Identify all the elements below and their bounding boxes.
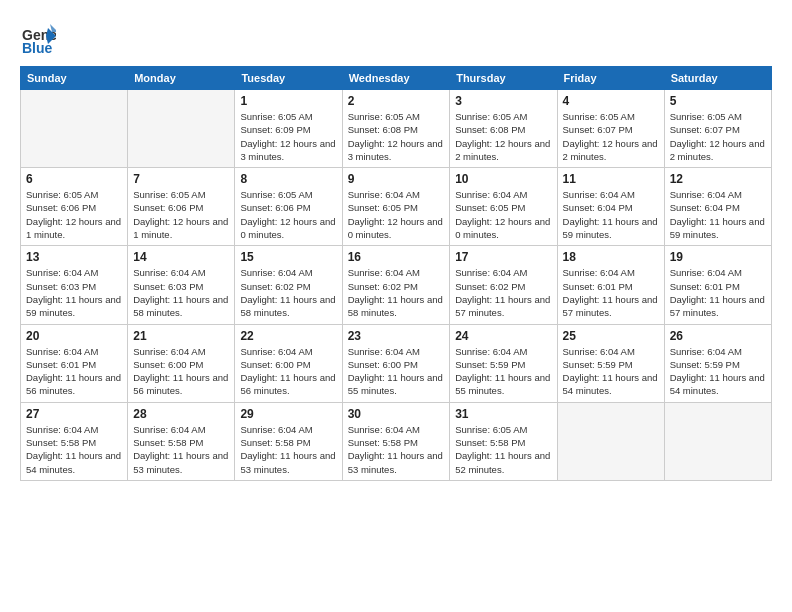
day-info: Sunrise: 6:04 AM Sunset: 6:00 PM Dayligh… xyxy=(133,345,229,398)
day-info: Sunrise: 6:04 AM Sunset: 6:01 PM Dayligh… xyxy=(670,266,766,319)
day-info: Sunrise: 6:04 AM Sunset: 6:00 PM Dayligh… xyxy=(240,345,336,398)
day-info: Sunrise: 6:05 AM Sunset: 5:58 PM Dayligh… xyxy=(455,423,551,476)
day-info: Sunrise: 6:05 AM Sunset: 6:06 PM Dayligh… xyxy=(26,188,122,241)
day-number: 23 xyxy=(348,329,445,343)
day-info: Sunrise: 6:04 AM Sunset: 6:03 PM Dayligh… xyxy=(26,266,122,319)
day-info: Sunrise: 6:04 AM Sunset: 6:05 PM Dayligh… xyxy=(348,188,445,241)
calendar-cell: 21Sunrise: 6:04 AM Sunset: 6:00 PM Dayli… xyxy=(128,324,235,402)
day-number: 2 xyxy=(348,94,445,108)
day-info: Sunrise: 6:04 AM Sunset: 5:58 PM Dayligh… xyxy=(240,423,336,476)
calendar-cell: 13Sunrise: 6:04 AM Sunset: 6:03 PM Dayli… xyxy=(21,246,128,324)
calendar-cell: 7Sunrise: 6:05 AM Sunset: 6:06 PM Daylig… xyxy=(128,168,235,246)
calendar-cell: 29Sunrise: 6:04 AM Sunset: 5:58 PM Dayli… xyxy=(235,402,342,480)
day-info: Sunrise: 6:05 AM Sunset: 6:06 PM Dayligh… xyxy=(133,188,229,241)
calendar-cell xyxy=(128,90,235,168)
day-number: 27 xyxy=(26,407,122,421)
calendar-cell: 26Sunrise: 6:04 AM Sunset: 5:59 PM Dayli… xyxy=(664,324,771,402)
day-number: 19 xyxy=(670,250,766,264)
page-header: General Blue xyxy=(20,20,772,56)
day-of-week-header: Wednesday xyxy=(342,67,450,90)
calendar-cell: 8Sunrise: 6:05 AM Sunset: 6:06 PM Daylig… xyxy=(235,168,342,246)
calendar-cell xyxy=(664,402,771,480)
calendar-cell: 23Sunrise: 6:04 AM Sunset: 6:00 PM Dayli… xyxy=(342,324,450,402)
calendar-cell: 16Sunrise: 6:04 AM Sunset: 6:02 PM Dayli… xyxy=(342,246,450,324)
day-info: Sunrise: 6:04 AM Sunset: 6:05 PM Dayligh… xyxy=(455,188,551,241)
day-of-week-header: Friday xyxy=(557,67,664,90)
day-info: Sunrise: 6:04 AM Sunset: 5:59 PM Dayligh… xyxy=(563,345,659,398)
day-info: Sunrise: 6:04 AM Sunset: 6:02 PM Dayligh… xyxy=(348,266,445,319)
calendar-cell: 19Sunrise: 6:04 AM Sunset: 6:01 PM Dayli… xyxy=(664,246,771,324)
day-number: 3 xyxy=(455,94,551,108)
day-number: 12 xyxy=(670,172,766,186)
day-number: 21 xyxy=(133,329,229,343)
day-number: 18 xyxy=(563,250,659,264)
day-info: Sunrise: 6:04 AM Sunset: 5:59 PM Dayligh… xyxy=(670,345,766,398)
day-number: 22 xyxy=(240,329,336,343)
day-info: Sunrise: 6:05 AM Sunset: 6:09 PM Dayligh… xyxy=(240,110,336,163)
calendar-cell: 10Sunrise: 6:04 AM Sunset: 6:05 PM Dayli… xyxy=(450,168,557,246)
calendar-cell xyxy=(21,90,128,168)
calendar-cell: 17Sunrise: 6:04 AM Sunset: 6:02 PM Dayli… xyxy=(450,246,557,324)
day-info: Sunrise: 6:04 AM Sunset: 6:01 PM Dayligh… xyxy=(26,345,122,398)
day-number: 31 xyxy=(455,407,551,421)
day-info: Sunrise: 6:04 AM Sunset: 6:04 PM Dayligh… xyxy=(670,188,766,241)
day-info: Sunrise: 6:04 AM Sunset: 6:02 PM Dayligh… xyxy=(240,266,336,319)
calendar-cell: 27Sunrise: 6:04 AM Sunset: 5:58 PM Dayli… xyxy=(21,402,128,480)
day-number: 5 xyxy=(670,94,766,108)
day-number: 1 xyxy=(240,94,336,108)
day-info: Sunrise: 6:04 AM Sunset: 6:04 PM Dayligh… xyxy=(563,188,659,241)
day-number: 29 xyxy=(240,407,336,421)
calendar-cell: 28Sunrise: 6:04 AM Sunset: 5:58 PM Dayli… xyxy=(128,402,235,480)
day-of-week-header: Thursday xyxy=(450,67,557,90)
day-of-week-header: Sunday xyxy=(21,67,128,90)
day-info: Sunrise: 6:05 AM Sunset: 6:08 PM Dayligh… xyxy=(455,110,551,163)
day-number: 4 xyxy=(563,94,659,108)
day-info: Sunrise: 6:04 AM Sunset: 5:59 PM Dayligh… xyxy=(455,345,551,398)
day-number: 15 xyxy=(240,250,336,264)
day-number: 20 xyxy=(26,329,122,343)
day-info: Sunrise: 6:05 AM Sunset: 6:08 PM Dayligh… xyxy=(348,110,445,163)
day-number: 13 xyxy=(26,250,122,264)
day-number: 7 xyxy=(133,172,229,186)
day-number: 6 xyxy=(26,172,122,186)
calendar: SundayMondayTuesdayWednesdayThursdayFrid… xyxy=(20,66,772,481)
calendar-cell: 14Sunrise: 6:04 AM Sunset: 6:03 PM Dayli… xyxy=(128,246,235,324)
day-number: 14 xyxy=(133,250,229,264)
day-number: 16 xyxy=(348,250,445,264)
day-of-week-header: Saturday xyxy=(664,67,771,90)
day-info: Sunrise: 6:05 AM Sunset: 6:07 PM Dayligh… xyxy=(563,110,659,163)
day-info: Sunrise: 6:04 AM Sunset: 5:58 PM Dayligh… xyxy=(348,423,445,476)
logo-icon: General Blue xyxy=(20,20,56,56)
calendar-cell: 15Sunrise: 6:04 AM Sunset: 6:02 PM Dayli… xyxy=(235,246,342,324)
day-info: Sunrise: 6:04 AM Sunset: 5:58 PM Dayligh… xyxy=(133,423,229,476)
calendar-cell: 2Sunrise: 6:05 AM Sunset: 6:08 PM Daylig… xyxy=(342,90,450,168)
day-number: 9 xyxy=(348,172,445,186)
calendar-cell xyxy=(557,402,664,480)
day-info: Sunrise: 6:04 AM Sunset: 6:01 PM Dayligh… xyxy=(563,266,659,319)
calendar-cell: 25Sunrise: 6:04 AM Sunset: 5:59 PM Dayli… xyxy=(557,324,664,402)
calendar-cell: 5Sunrise: 6:05 AM Sunset: 6:07 PM Daylig… xyxy=(664,90,771,168)
calendar-cell: 3Sunrise: 6:05 AM Sunset: 6:08 PM Daylig… xyxy=(450,90,557,168)
day-number: 25 xyxy=(563,329,659,343)
day-number: 8 xyxy=(240,172,336,186)
day-number: 17 xyxy=(455,250,551,264)
day-number: 26 xyxy=(670,329,766,343)
calendar-cell: 18Sunrise: 6:04 AM Sunset: 6:01 PM Dayli… xyxy=(557,246,664,324)
calendar-cell: 22Sunrise: 6:04 AM Sunset: 6:00 PM Dayli… xyxy=(235,324,342,402)
day-of-week-header: Monday xyxy=(128,67,235,90)
calendar-cell: 24Sunrise: 6:04 AM Sunset: 5:59 PM Dayli… xyxy=(450,324,557,402)
day-info: Sunrise: 6:05 AM Sunset: 6:06 PM Dayligh… xyxy=(240,188,336,241)
calendar-cell: 6Sunrise: 6:05 AM Sunset: 6:06 PM Daylig… xyxy=(21,168,128,246)
day-info: Sunrise: 6:05 AM Sunset: 6:07 PM Dayligh… xyxy=(670,110,766,163)
day-info: Sunrise: 6:04 AM Sunset: 6:00 PM Dayligh… xyxy=(348,345,445,398)
calendar-cell: 12Sunrise: 6:04 AM Sunset: 6:04 PM Dayli… xyxy=(664,168,771,246)
day-info: Sunrise: 6:04 AM Sunset: 5:58 PM Dayligh… xyxy=(26,423,122,476)
day-number: 30 xyxy=(348,407,445,421)
calendar-cell: 4Sunrise: 6:05 AM Sunset: 6:07 PM Daylig… xyxy=(557,90,664,168)
day-of-week-header: Tuesday xyxy=(235,67,342,90)
calendar-cell: 11Sunrise: 6:04 AM Sunset: 6:04 PM Dayli… xyxy=(557,168,664,246)
day-number: 24 xyxy=(455,329,551,343)
day-number: 11 xyxy=(563,172,659,186)
day-number: 28 xyxy=(133,407,229,421)
calendar-cell: 31Sunrise: 6:05 AM Sunset: 5:58 PM Dayli… xyxy=(450,402,557,480)
